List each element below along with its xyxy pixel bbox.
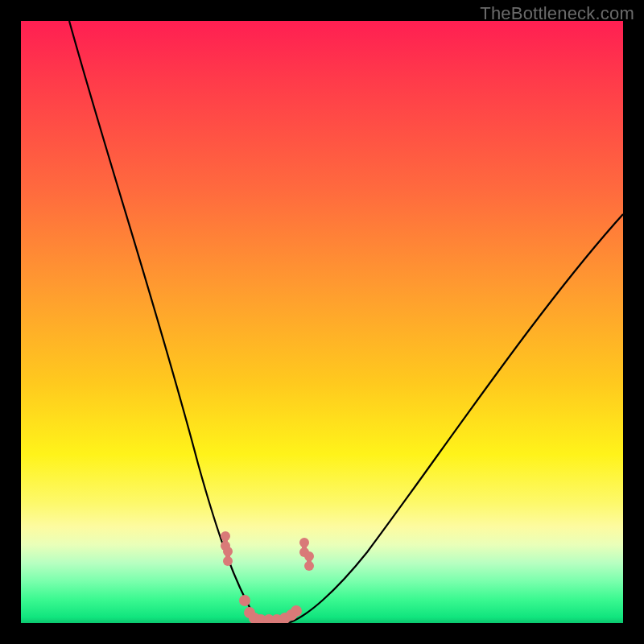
chart-plot-area xyxy=(21,21,623,623)
svg-point-11 xyxy=(304,561,314,571)
svg-point-7 xyxy=(299,538,309,547)
watermark-text: TheBottleneck.com xyxy=(480,3,634,24)
chart-frame: TheBottleneck.com xyxy=(0,0,644,644)
svg-point-1 xyxy=(221,531,230,541)
right-curve xyxy=(288,214,623,623)
svg-point-4 xyxy=(223,547,233,556)
scatter-point xyxy=(291,605,302,617)
scatter-point xyxy=(223,547,233,566)
left-curve xyxy=(69,21,258,623)
svg-point-10 xyxy=(304,551,314,561)
scatter-point xyxy=(239,595,250,606)
scatter-point xyxy=(304,551,314,571)
svg-point-5 xyxy=(223,556,233,566)
chart-svg xyxy=(21,21,623,623)
